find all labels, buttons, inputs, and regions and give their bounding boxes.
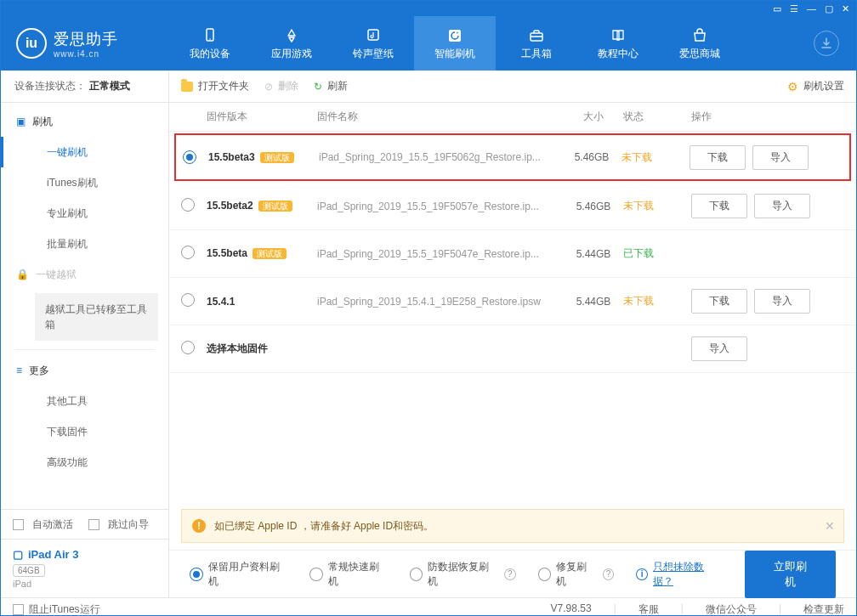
sidebar-item-2-1[interactable]: 下载固件 — [1, 416, 168, 447]
main-panel: 打开文件夹 ⊘ 删除 ↻ 刷新 ⚙ 刷机设置 固件版本 固件名称 大小 状态 操… — [169, 71, 856, 597]
svg-rect-3 — [449, 30, 461, 42]
flash-option-radio[interactable] — [410, 568, 423, 581]
firmware-row-3[interactable]: 15.4.1iPad_Spring_2019_15.4.1_19E258_Res… — [169, 278, 856, 325]
help-icon[interactable]: ? — [603, 568, 615, 580]
logo-icon: iu — [16, 28, 47, 59]
sidebar-item-0-1[interactable]: iTunes刷机 — [1, 167, 168, 198]
flash-option-0[interactable]: 保留用户资料刷机 — [190, 560, 287, 589]
top-tab-shop[interactable]: 爱思商城 — [659, 16, 741, 71]
device-info[interactable]: ▢ iPad Air 3 64GB iPad — [1, 539, 168, 597]
firmware-status: 已下载 — [623, 246, 691, 261]
sidebar-bottom: 自动激活 跳过向导 ▢ iPad Air 3 64GB iPad — [1, 509, 168, 597]
firmware-radio[interactable] — [181, 341, 195, 354]
flash-option-radio[interactable] — [309, 568, 323, 581]
wechat-link[interactable]: 微信公众号 — [706, 602, 757, 616]
top-tab-book[interactable]: 教程中心 — [577, 16, 659, 71]
top-tab-toolbox[interactable]: 工具箱 — [496, 16, 577, 71]
refresh-button[interactable]: ↻ 刷新 — [314, 79, 348, 93]
erase-data-link[interactable]: 只想抹除数据？ — [653, 560, 723, 589]
firmware-radio[interactable] — [181, 293, 195, 307]
auto-activate-checkbox[interactable] — [13, 519, 24, 530]
beta-badge: 测试版 — [260, 152, 294, 163]
download-manager-icon[interactable] — [814, 31, 839, 56]
refresh-icon — [446, 26, 464, 45]
support-link[interactable]: 客服 — [638, 602, 659, 616]
firmware-radio[interactable] — [181, 246, 195, 259]
sidebar-item-0-2[interactable]: 专业刷机 — [1, 198, 168, 229]
firmware-row-0[interactable]: 15.5beta3测试版iPad_Spring_2019_15.5_19F506… — [174, 133, 851, 181]
import-button[interactable]: 导入 — [752, 145, 809, 170]
firmware-row-4[interactable]: 选择本地固件导入 — [169, 325, 856, 373]
help-icon[interactable]: ? — [504, 568, 516, 580]
top-tab-device[interactable]: 我的设备 — [169, 16, 251, 71]
firmware-row-2[interactable]: 15.5beta测试版iPad_Spring_2019_15.5_19F5047… — [169, 230, 856, 278]
auto-activate-label: 自动激活 — [32, 517, 73, 532]
sidebar-menu: ▣刷机一键刷机iTunes刷机专业刷机批量刷机🔒一键越狱越狱工具已转移至工具箱≡… — [1, 103, 168, 509]
firmware-filename: iPad_Spring_2019_15.4.1_19E258_Restore.i… — [317, 296, 564, 308]
firmware-filename: iPad_Spring_2019_15.5_19F5047e_Restore.i… — [317, 248, 564, 260]
top-tab-music[interactable]: 铃声壁纸 — [332, 16, 414, 71]
titlebar-book-icon[interactable]: ▭ — [773, 3, 781, 14]
flash-settings-button[interactable]: ⚙ 刷机设置 — [787, 79, 844, 93]
col-ops: 操作 — [691, 110, 844, 124]
toolbox-icon — [527, 26, 546, 45]
shop-icon — [690, 26, 709, 45]
sidebar-item-0-3[interactable]: 批量刷机 — [1, 229, 168, 259]
firmware-size: 5.46GB — [564, 201, 623, 212]
sidebar-item-0-0[interactable]: 一键刷机 — [1, 137, 168, 167]
status-bar: 阻止iTunes运行 V7.98.53 | 客服 | 微信公众号 | 检查更新 — [1, 597, 856, 616]
flash-option-3[interactable]: 修复刷机? — [538, 560, 615, 589]
flash-now-button[interactable]: 立即刷机 — [745, 551, 836, 598]
delete-button[interactable]: ⊘ 删除 — [264, 79, 298, 93]
flash-option-radio[interactable] — [190, 568, 203, 581]
lock-icon: 🔒 — [16, 268, 29, 280]
download-button[interactable]: 下载 — [691, 289, 747, 314]
firmware-status: 未下载 — [623, 199, 691, 213]
download-button[interactable]: 下载 — [691, 194, 747, 218]
firmware-size: 5.46GB — [562, 151, 621, 163]
flash-option-radio[interactable] — [538, 568, 552, 581]
app-version: V7.98.53 — [551, 602, 592, 616]
status-value: 正常模式 — [89, 79, 130, 93]
titlebar-menu-icon[interactable]: ☰ — [790, 3, 798, 14]
import-button[interactable]: 导入 — [754, 289, 810, 314]
top-tab-app[interactable]: 应用游戏 — [251, 16, 332, 71]
firmware-size: 5.44GB — [564, 248, 623, 260]
device-icon — [201, 26, 219, 45]
sidebar-head-2[interactable]: ≡更多 — [1, 355, 168, 386]
beta-badge: 测试版 — [253, 248, 287, 259]
titlebar-minimize-icon[interactable]: — — [807, 3, 816, 14]
firmware-version: 15.4.1 — [207, 296, 235, 308]
window-titlebar: ▭ ☰ — ▢ ✕ — [1, 1, 856, 16]
check-update-link[interactable]: 检查更新 — [803, 602, 844, 616]
import-button[interactable]: 导入 — [754, 194, 810, 218]
device-icon: ▢ — [13, 548, 23, 561]
block-itunes-checkbox[interactable] — [13, 604, 24, 615]
banner-close-icon[interactable]: ✕ — [825, 519, 835, 533]
import-button[interactable]: 导入 — [691, 336, 747, 361]
music-icon — [364, 26, 383, 45]
firmware-row-1[interactable]: 15.5beta2测试版iPad_Spring_2019_15.5_19F505… — [169, 183, 856, 230]
top-tab-refresh[interactable]: 智能刷机 — [414, 16, 496, 71]
sidebar-head-0[interactable]: ▣刷机 — [1, 106, 168, 137]
flash-option-2[interactable]: 防数据恢复刷机? — [410, 560, 516, 589]
sidebar-item-2-0[interactable]: 其他工具 — [1, 386, 168, 416]
skip-guide-checkbox[interactable] — [88, 519, 99, 530]
col-name: 固件名称 — [317, 110, 564, 124]
delete-icon: ⊘ — [264, 81, 273, 93]
firmware-radio[interactable] — [181, 198, 195, 212]
titlebar-close-icon[interactable]: ✕ — [842, 3, 849, 14]
firmware-radio[interactable] — [183, 150, 196, 164]
titlebar-maximize-icon[interactable]: ▢ — [825, 3, 833, 14]
download-button[interactable]: 下载 — [690, 145, 746, 170]
beta-badge: 测试版 — [258, 201, 292, 212]
flash-option-1[interactable]: 常规快速刷机 — [309, 560, 388, 589]
sidebar-item-2-2[interactable]: 高级功能 — [1, 447, 168, 478]
warning-icon: ! — [192, 519, 206, 533]
open-folder-button[interactable]: 打开文件夹 — [181, 79, 249, 93]
info-icon: i — [636, 568, 648, 580]
col-version: 固件版本 — [207, 110, 317, 124]
svg-point-1 — [209, 38, 211, 40]
book-icon — [609, 26, 627, 45]
col-size: 大小 — [564, 110, 623, 124]
